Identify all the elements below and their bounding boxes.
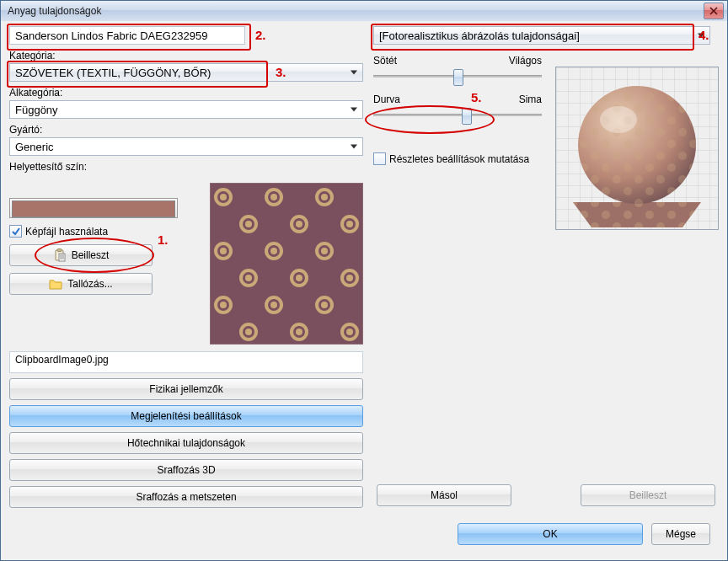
render-mode-dropdown[interactable]: [Fotorealisztikus ábrázolás tulajdonsága… xyxy=(373,26,710,45)
color-swatch xyxy=(12,200,175,217)
subcategory-dropdown[interactable]: Függöny xyxy=(9,100,363,119)
roughness-slider[interactable] xyxy=(373,107,542,122)
color-picker-button[interactable] xyxy=(9,198,178,218)
checkbox-icon xyxy=(373,152,386,165)
slider-thumb[interactable] xyxy=(453,69,463,86)
detail-settings-label: Részletes beállítások mutatása xyxy=(389,153,529,165)
left-panel: 2. Kategória: SZÖVETEK (TEXTIL, FÜGGÖNY,… xyxy=(9,26,363,552)
roughness-left-label: Durva xyxy=(373,94,400,105)
hatching-section-button[interactable]: Sraffozás a metszeten xyxy=(9,486,363,508)
category-dropdown[interactable]: SZÖVETEK (TEXTIL, FÜGGÖNY, BŐR) xyxy=(9,63,363,82)
copy-button[interactable]: Másol xyxy=(377,484,511,506)
display-settings-button[interactable]: Megjelenítési beállítások xyxy=(9,405,363,427)
chevron-down-icon xyxy=(698,34,704,38)
subcategory-value: Függöny xyxy=(15,104,58,116)
right-panel: [Fotorealisztikus ábrázolás tulajdonsága… xyxy=(373,26,719,552)
render-mode-value: [Fotorealisztikus ábrázolás tulajdonsága… xyxy=(379,29,580,42)
window-title: Anyag tulajdonságok xyxy=(8,5,101,17)
brightness-right-label: Világos xyxy=(509,55,542,67)
replacement-color-label: Helyettesítő szín: xyxy=(9,161,363,173)
texture-preview xyxy=(210,183,363,345)
checkbox-icon xyxy=(9,225,22,238)
manufacturer-dropdown[interactable]: Generic xyxy=(9,137,363,156)
brightness-slider[interactable] xyxy=(373,68,542,83)
physical-properties-button[interactable]: Fizikai jellemzők xyxy=(9,378,363,400)
chevron-down-icon xyxy=(351,71,357,75)
paste-icon xyxy=(53,248,67,262)
material-name-input[interactable] xyxy=(9,26,245,45)
brightness-slider-block: Sötét Világos xyxy=(373,55,542,83)
chevron-down-icon xyxy=(351,145,357,149)
category-label: Kategória: xyxy=(9,50,363,61)
close-button[interactable] xyxy=(704,3,724,19)
titlebar: Anyag tulajdonságok xyxy=(1,1,727,21)
material-3d-preview xyxy=(555,67,719,230)
svg-marker-17 xyxy=(573,202,701,227)
chevron-down-icon xyxy=(351,108,357,112)
slider-thumb[interactable] xyxy=(462,108,472,125)
roughness-slider-block: Durva Sima 5. xyxy=(373,94,542,122)
thermal-properties-button[interactable]: Hőtechnikai tulajdonságok xyxy=(9,432,363,454)
folder-icon xyxy=(49,278,62,290)
manufacturer-label: Gyártó: xyxy=(9,124,363,136)
paste-button[interactable]: Beilleszt xyxy=(9,244,153,266)
use-image-label: Képfájl használata xyxy=(25,226,108,238)
svg-point-20 xyxy=(600,106,637,133)
paste-button-label: Beilleszt xyxy=(72,249,110,261)
roughness-right-label: Sima xyxy=(519,94,542,105)
annotation-number-2: 2. xyxy=(255,28,266,42)
hatching-3d-button[interactable]: Sraffozás 3D xyxy=(9,459,363,481)
manufacturer-value: Generic xyxy=(15,141,54,153)
cancel-button[interactable]: Mégse xyxy=(651,523,710,545)
paste-right-button: Beilleszt xyxy=(581,484,715,506)
category-value: SZÖVETEK (TEXTIL, FÜGGÖNY, BŐR) xyxy=(15,67,211,79)
browse-button[interactable]: Tallózás... xyxy=(9,273,153,295)
subcategory-label: Alkategória: xyxy=(9,87,363,99)
use-image-checkbox[interactable]: Képfájl használata xyxy=(9,225,200,238)
close-icon xyxy=(709,7,718,15)
browse-button-label: Tallózás... xyxy=(67,278,112,290)
svg-rect-10 xyxy=(211,184,362,344)
brightness-left-label: Sötét xyxy=(373,55,397,67)
svg-point-19 xyxy=(578,86,696,204)
dialog-window: Anyag tulajdonságok 2. Kategória: SZÖVET… xyxy=(0,0,728,561)
svg-rect-1 xyxy=(57,249,62,252)
image-filename: ClipboardImage0.jpg xyxy=(9,351,363,373)
ok-button[interactable]: OK xyxy=(458,523,643,545)
